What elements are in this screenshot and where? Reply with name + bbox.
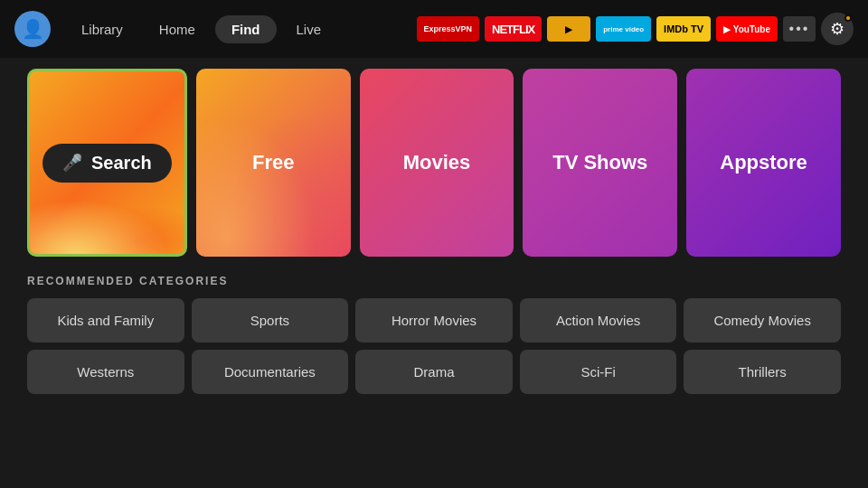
category-scifi[interactable]: Sci-Fi	[520, 350, 677, 394]
top-navigation: 👤 Library Home Find Live ExpressVPN NETF…	[0, 0, 868, 58]
more-button[interactable]: •••	[783, 16, 816, 42]
free-label: Free	[252, 151, 294, 174]
category-row-1: Kids and Family Sports Horror Movies Act…	[27, 298, 841, 343]
category-grid: Kids and Family Sports Horror Movies Act…	[27, 298, 841, 394]
search-pill[interactable]: 🎤 Search	[42, 144, 172, 183]
service-icons: ExpressVPN NETFLIX ▶ prime video IMDb TV…	[417, 13, 854, 45]
nav-live[interactable]: Live	[280, 15, 338, 43]
nav-links: Library Home Find Live	[65, 15, 337, 43]
category-kids-family[interactable]: Kids and Family	[27, 298, 184, 343]
search-tile[interactable]: 🎤 Search	[27, 69, 187, 257]
recommended-section: RECOMMENDED CATEGORIES Kids and Family S…	[27, 275, 841, 394]
imdb-icon[interactable]: IMDb TV	[656, 16, 711, 42]
search-label: Search	[91, 153, 152, 174]
category-action-movies[interactable]: Action Movies	[520, 298, 677, 343]
netflix-icon[interactable]: NETFLIX	[485, 16, 542, 42]
avatar[interactable]: 👤	[14, 11, 51, 47]
nav-library[interactable]: Library	[65, 15, 139, 43]
free-tile[interactable]: Free	[196, 69, 351, 257]
category-drama[interactable]: Drama	[355, 350, 513, 394]
movies-tile[interactable]: Movies	[360, 69, 514, 257]
youtube-icon[interactable]: ▶ YouTube	[716, 16, 778, 42]
settings-button[interactable]: ⚙	[821, 13, 854, 45]
avatar-icon: 👤	[22, 18, 44, 40]
prime-icon[interactable]: prime video	[596, 16, 651, 42]
main-content: 🎤 Search Free Movies TV Shows Appstore R…	[0, 58, 868, 405]
category-thrillers[interactable]: Thrillers	[684, 350, 841, 394]
tvshows-tile[interactable]: TV Shows	[523, 69, 677, 257]
tvshows-label: TV Shows	[552, 151, 647, 174]
category-comedy-movies[interactable]: Comedy Movies	[684, 298, 841, 343]
category-sports[interactable]: Sports	[192, 298, 349, 343]
microphone-icon: 🎤	[62, 153, 82, 173]
category-row-2: Westerns Documentaries Drama Sci-Fi Thri…	[27, 350, 841, 394]
category-documentaries[interactable]: Documentaries	[192, 350, 349, 394]
tiles-row: 🎤 Search Free Movies TV Shows Appstore	[27, 69, 841, 257]
settings-notification-dot	[844, 14, 852, 22]
plex-icon[interactable]: ▶	[547, 16, 590, 42]
appstore-tile[interactable]: Appstore	[686, 69, 841, 257]
recommended-label: RECOMMENDED CATEGORIES	[27, 275, 841, 287]
category-westerns[interactable]: Westerns	[27, 350, 184, 394]
nav-find[interactable]: Find	[215, 15, 277, 43]
appstore-label: Appstore	[720, 151, 807, 174]
nav-home[interactable]: Home	[143, 15, 212, 43]
category-horror-movies[interactable]: Horror Movies	[355, 298, 513, 343]
search-tile-wave	[30, 191, 184, 254]
movies-label: Movies	[403, 151, 471, 174]
expressvpn-icon[interactable]: ExpressVPN	[417, 16, 480, 42]
